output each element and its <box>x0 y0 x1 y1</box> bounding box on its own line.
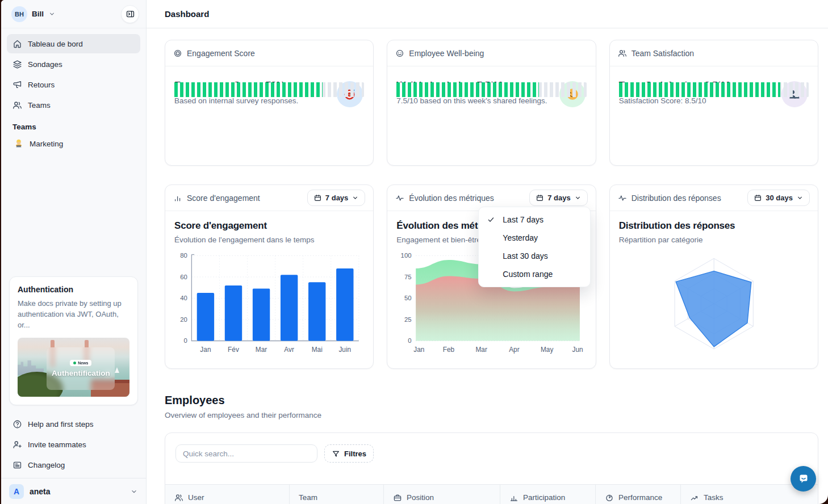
stat-subtitle: Satisfaction Score: 8.5/10 <box>619 96 809 105</box>
check-icon <box>487 216 495 224</box>
employees-section: Employees Overview of employees and thei… <box>165 394 818 504</box>
help-circle-icon <box>12 419 22 429</box>
svg-text:Jun: Jun <box>572 346 583 354</box>
column-header-user[interactable]: User <box>165 485 289 504</box>
promo-card-authentication[interactable]: Authentication Make docs private by sett… <box>9 276 138 405</box>
promo-title: Authentication <box>18 285 129 294</box>
svg-text:Avr: Avr <box>284 346 294 354</box>
activity-icon <box>618 194 627 203</box>
sidebar-item-label: Retours <box>28 81 55 89</box>
sidebar-item-help[interactable]: Help and first steps <box>7 414 140 434</box>
svg-text:Mar: Mar <box>256 346 267 354</box>
column-header-position[interactable]: Position <box>383 485 500 504</box>
chart-title: Distribution des réponses <box>619 220 809 232</box>
card-header: Score d'engagement <box>173 194 260 203</box>
user-name: Bill <box>32 10 44 18</box>
chart-title: Score d'engagement <box>174 220 364 232</box>
sidebar-item-teams[interactable]: Teams <box>7 95 140 115</box>
user-menu[interactable]: BH Bill <box>8 4 59 24</box>
sidebar-item-invite[interactable]: Invite teammates <box>7 435 140 454</box>
sidebar: BH Bill Tableau de bord Sondages Retours <box>1 0 147 504</box>
column-header-team[interactable]: Team <box>289 485 383 504</box>
svg-text:100: 100 <box>401 252 412 259</box>
workspace-name: aneta <box>30 487 124 496</box>
sidebar-item-changelog[interactable]: Changelog <box>7 455 140 474</box>
sidebar-item-feedback[interactable]: Retours <box>7 75 140 94</box>
workspace-switcher[interactable]: A aneta <box>1 478 146 504</box>
funnel-icon <box>332 450 340 458</box>
users-icon <box>618 49 627 58</box>
sidebar-footer-nav: Help and first steps Invite teammates Ch… <box>1 411 146 478</box>
stat-subtitle: 7.5/10 based on this week's shared feeli… <box>396 96 586 105</box>
promo-caption: Authentification <box>52 369 110 377</box>
progress-bar <box>619 82 809 97</box>
promo-glass-overlay: News Authentification <box>47 347 115 390</box>
calendar-icon <box>536 194 544 202</box>
svg-text:50: 50 <box>404 295 412 301</box>
svg-text:Mai: Mai <box>312 346 323 354</box>
chart-subtitle: Répartition par catégorie <box>619 236 809 244</box>
column-header-performance[interactable]: Performance <box>595 485 680 504</box>
chart-subtitle: Évolution de l'engagement dans le temps <box>174 236 364 244</box>
stats-row: Engagement Score Engagement Score: 78% B… <box>165 40 818 166</box>
sidebar-item-label: Help and first steps <box>28 420 94 429</box>
menu-item-last-7-days[interactable]: Last 7 days <box>479 211 590 229</box>
changelog-icon <box>12 460 22 470</box>
stat-subtitle: Based on internal survey responses. <box>174 96 364 105</box>
main-area: Dashboard Engagement Score Engagement Sc… <box>147 0 828 504</box>
sidebar-collapse-button[interactable] <box>121 5 139 23</box>
user-plus-icon <box>12 440 22 450</box>
card-header: Team Satisfaction <box>618 49 695 58</box>
svg-text:75: 75 <box>404 274 412 280</box>
sidebar-item-dashboard[interactable]: Tableau de bord <box>7 34 140 53</box>
news-badge: News <box>70 360 91 366</box>
trending-up-icon <box>690 493 699 502</box>
date-range-button[interactable]: 7 days <box>529 190 587 206</box>
layers-icon <box>12 60 22 69</box>
top-bar: Dashboard <box>147 0 828 28</box>
charts-row: Score d'engagement 7 days Score d'engage… <box>165 184 818 369</box>
chevron-down-icon <box>796 194 804 201</box>
employees-title: Employees <box>165 394 818 407</box>
svg-text:20: 20 <box>180 316 187 323</box>
chat-bubble-icon <box>797 472 810 486</box>
target-icon <box>173 49 182 58</box>
svg-text:0: 0 <box>183 337 187 344</box>
sidebar-item-label: Sondages <box>28 60 62 69</box>
responses-radar-chart <box>619 247 809 364</box>
menu-item-yesterday[interactable]: Yesterday <box>479 229 590 247</box>
technologist-emoji-icon <box>14 138 24 149</box>
chevron-down-icon <box>352 194 359 201</box>
stat-card-engagement: Engagement Score Engagement Score: 78% B… <box>165 40 374 166</box>
workspace-avatar: A <box>9 484 24 499</box>
date-range-button[interactable]: 7 days <box>307 190 365 206</box>
chevron-down-icon <box>48 10 56 18</box>
search-input[interactable] <box>175 444 317 463</box>
column-header-participation[interactable]: Participation <box>500 485 595 504</box>
news-dot-icon <box>73 362 76 364</box>
svg-text:May: May <box>541 346 553 354</box>
menu-item-last-30-days[interactable]: Last 30 days <box>479 247 590 265</box>
megaphone-icon <box>12 80 22 90</box>
sidebar-item-marketing[interactable]: Marketing <box>7 133 140 154</box>
svg-text:Apr: Apr <box>509 346 520 354</box>
svg-text:Juin: Juin <box>338 346 351 354</box>
date-range-menu: Last 7 days Yesterday Last 30 days Custo… <box>478 207 591 287</box>
chat-widget-button[interactable] <box>791 466 816 492</box>
panel-collapse-icon <box>126 9 135 19</box>
calendar-icon <box>313 194 322 202</box>
filters-button[interactable]: Filtres <box>324 444 374 463</box>
content: Engagement Score Engagement Score: 78% B… <box>147 28 828 504</box>
sidebar-item-label: Teams <box>28 101 51 110</box>
chart-card-metrics-evolution: Évolution des métriques 7 days Évolution… <box>387 184 596 369</box>
smiley-icon <box>395 49 404 58</box>
menu-item-custom-range[interactable]: Custom range <box>479 265 590 283</box>
chevron-down-icon <box>130 488 138 495</box>
sidebar-item-label: Tableau de bord <box>28 40 83 48</box>
svg-text:80: 80 <box>180 252 187 259</box>
app-window: BH Bill Tableau de bord Sondages Retours <box>1 0 828 504</box>
date-range-button[interactable]: 30 days <box>747 190 810 206</box>
svg-text:Jan: Jan <box>414 346 425 354</box>
employees-subtitle: Overview of employees and their performa… <box>165 411 818 419</box>
sidebar-item-surveys[interactable]: Sondages <box>7 54 140 74</box>
